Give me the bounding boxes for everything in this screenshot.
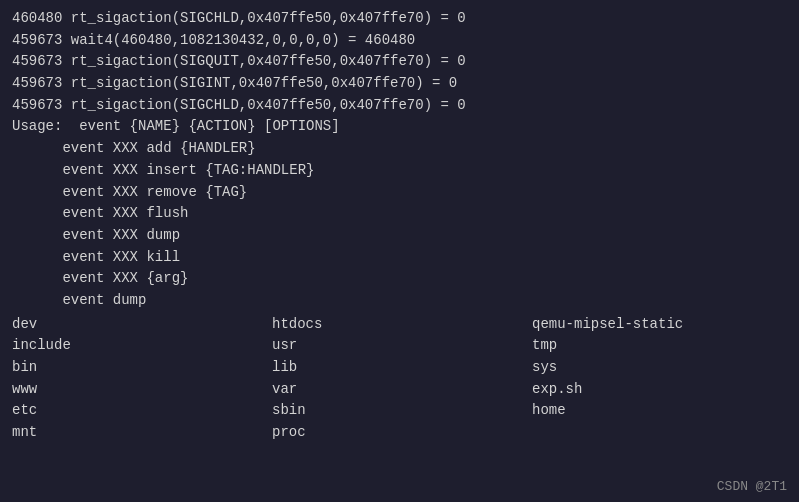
terminal-line: 459673 wait4(460480,1082130432,0,0,0,0) …: [12, 30, 787, 52]
dir-col3: exp.sh: [532, 379, 787, 401]
dir-col3: [532, 422, 787, 444]
dir-col1: dev: [12, 314, 272, 336]
dir-listing-row: mntproc: [12, 422, 787, 444]
dir-col3: qemu-mipsel-static: [532, 314, 787, 336]
watermark: CSDN @2T1: [717, 479, 787, 494]
terminal-line: 459673 rt_sigaction(SIGQUIT,0x407ffe50,0…: [12, 51, 787, 73]
dir-listing-row: devhtdocsqemu-mipsel-static: [12, 314, 787, 336]
directory-listing: devhtdocsqemu-mipsel-staticincludeusrtmp…: [12, 314, 787, 444]
dir-col1: www: [12, 379, 272, 401]
dir-col3: tmp: [532, 335, 787, 357]
dir-col1: include: [12, 335, 272, 357]
dir-listing-row: includeusrtmp: [12, 335, 787, 357]
dir-col2: sbin: [272, 400, 532, 422]
terminal-line: 459673 rt_sigaction(SIGINT,0x407ffe50,0x…: [12, 73, 787, 95]
dir-col3: home: [532, 400, 787, 422]
terminal-line: event XXX flush: [12, 203, 787, 225]
dir-col2: lib: [272, 357, 532, 379]
dir-listing-row: etcsbinhome: [12, 400, 787, 422]
terminal-window: 460480 rt_sigaction(SIGCHLD,0x407ffe50,0…: [0, 0, 799, 502]
terminal-line: event XXX add {HANDLER}: [12, 138, 787, 160]
dir-col2: proc: [272, 422, 532, 444]
terminal-line: event XXX kill: [12, 247, 787, 269]
dir-col1: etc: [12, 400, 272, 422]
terminal-line: event XXX remove {TAG}: [12, 182, 787, 204]
terminal-line: event XXX dump: [12, 225, 787, 247]
terminal-line: 460480 rt_sigaction(SIGCHLD,0x407ffe50,0…: [12, 8, 787, 30]
dir-col2: var: [272, 379, 532, 401]
terminal-line: Usage: event {NAME} {ACTION} [OPTIONS]: [12, 116, 787, 138]
dir-col2: htdocs: [272, 314, 532, 336]
dir-col1: mnt: [12, 422, 272, 444]
dir-col3: sys: [532, 357, 787, 379]
terminal-output: 460480 rt_sigaction(SIGCHLD,0x407ffe50,0…: [12, 8, 787, 312]
dir-col2: usr: [272, 335, 532, 357]
terminal-line: event XXX insert {TAG:HANDLER}: [12, 160, 787, 182]
terminal-line: 459673 rt_sigaction(SIGCHLD,0x407ffe50,0…: [12, 95, 787, 117]
dir-listing-row: wwwvarexp.sh: [12, 379, 787, 401]
dir-col1: bin: [12, 357, 272, 379]
terminal-line: event XXX {arg}: [12, 268, 787, 290]
terminal-line: event dump: [12, 290, 787, 312]
dir-listing-row: binlibsys: [12, 357, 787, 379]
